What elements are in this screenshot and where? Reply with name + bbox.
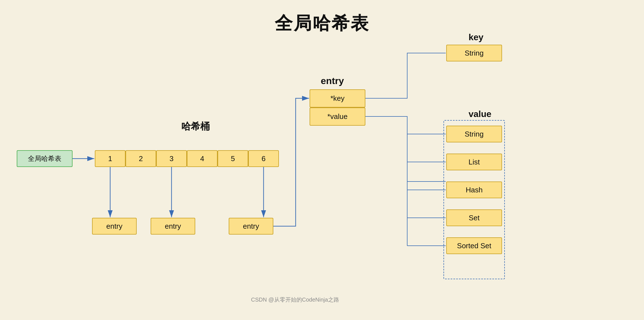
bottom-entry-2: entry	[151, 218, 195, 235]
watermark: CSDN @从零开始的CodeNinja之路	[251, 296, 339, 304]
value-types-container	[443, 120, 505, 279]
bucket-cell-5: 5	[218, 150, 248, 167]
value-string-box: String	[446, 126, 502, 142]
page-title: 全局哈希表	[0, 0, 644, 35]
global-hashtable-box: 全局哈希表	[17, 150, 73, 167]
value-list-box: List	[446, 154, 502, 170]
value-sorted-set-box: Sorted Set	[446, 237, 502, 254]
hashtable-section-label: 哈希桶	[181, 120, 210, 133]
value-section-label: value	[469, 109, 491, 119]
entry-value-field: *value	[310, 108, 365, 126]
bucket-cell-3: 3	[156, 150, 187, 167]
bottom-entry-3: entry	[229, 218, 273, 235]
entry-detail-section-label: entry	[321, 75, 344, 86]
value-set-box: Set	[446, 209, 502, 226]
bucket-cell-4: 4	[187, 150, 218, 167]
entry-key-field: *key	[310, 89, 365, 108]
bucket-cell-6: 6	[248, 150, 279, 167]
key-string-box: String	[446, 45, 502, 61]
bottom-entry-1: entry	[92, 218, 137, 235]
value-hash-box: Hash	[446, 182, 502, 198]
bucket-cell-2: 2	[126, 150, 156, 167]
bucket-cell-1: 1	[95, 150, 126, 167]
key-section-label: key	[469, 32, 483, 42]
